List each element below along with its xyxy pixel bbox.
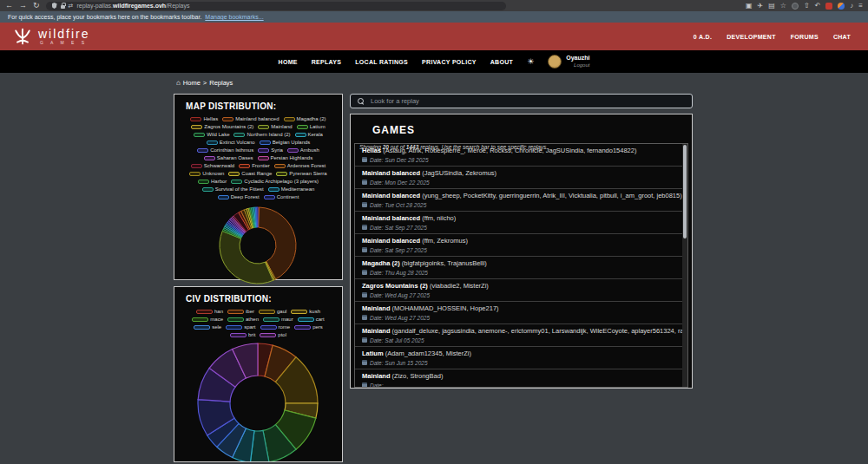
- replay-row[interactable]: Mainland balanced (JagSUSindia, Zekromus…: [355, 167, 687, 189]
- url-bar[interactable]: ⇄ replay-pallas.wildfiregames.ovh/Replay…: [46, 2, 506, 10]
- legend-item[interactable]: Schwarzwald: [191, 163, 234, 168]
- header-link-forums[interactable]: FORUMS: [791, 34, 819, 40]
- avatar[interactable]: [548, 55, 562, 69]
- header-link-0-a-d-[interactable]: 0 A.D.: [694, 34, 712, 40]
- nav-link-replays[interactable]: REPLAYS: [312, 59, 342, 65]
- replay-row[interactable]: Mainland (MOHAMMAD_HOSSEIN, Hope217)Date…: [355, 302, 687, 324]
- header-link-chat[interactable]: CHAT: [833, 34, 851, 40]
- legend-item[interactable]: Survival of the Fittest: [202, 186, 264, 192]
- legend-item[interactable]: Northern Island (2): [233, 132, 290, 137]
- legend-item[interactable]: Frontier: [239, 163, 270, 168]
- copy-tabs-icon[interactable]: ▤: [768, 0, 775, 11]
- legend-item[interactable]: athen: [227, 317, 259, 322]
- legend-item[interactable]: Deep Forest: [218, 194, 260, 199]
- legend-item[interactable]: Saharan Oases: [204, 155, 253, 160]
- legend-item[interactable]: Magadha (2): [284, 116, 326, 121]
- replay-row[interactable]: Mainland (gandalf_deluxe, jagsusindia, a…: [355, 324, 687, 347]
- nav-link-home[interactable]: HOME: [279, 59, 298, 65]
- legend-item[interactable]: ptol: [260, 332, 286, 337]
- forward-icon[interactable]: →: [19, 0, 27, 11]
- legend-item[interactable]: brit: [230, 332, 255, 337]
- legend-item[interactable]: Hellas: [190, 116, 218, 121]
- replay-row[interactable]: Mainland balanced (ffm, Zekromus)Date: S…: [355, 234, 687, 257]
- lock-icon[interactable]: [61, 5, 65, 9]
- menu-icon[interactable]: ≡: [858, 0, 863, 11]
- history-undo-icon[interactable]: ↶: [815, 0, 821, 11]
- legend-item[interactable]: iber: [227, 309, 254, 314]
- legend-label: brit: [248, 332, 255, 337]
- donut-slice[interactable]: [220, 231, 273, 284]
- browser-window: ← → ↻ ⇄ replay-pallas.wildfiregames.ovh/…: [0, 0, 868, 464]
- legend-item[interactable]: han: [196, 309, 223, 314]
- legend-item[interactable]: spart: [226, 324, 255, 330]
- theme-toggle-icon[interactable]: ☀: [527, 58, 534, 66]
- extensions-icon[interactable]: ▣: [746, 0, 753, 11]
- upload-icon[interactable]: ⇧: [804, 0, 810, 11]
- replay-players: (bigfatpigoinks, TrajanusBelli): [400, 259, 487, 267]
- replay-row[interactable]: Mainland (Zizo, StrongBad)Date:: [355, 369, 687, 388]
- replay-date-text: Date: Sun Jun 15 2025: [370, 360, 428, 366]
- legend-item[interactable]: Ambush: [287, 147, 319, 153]
- legend-item[interactable]: Extinct Volcano: [207, 140, 255, 145]
- donut-slice[interactable]: [257, 207, 258, 227]
- wildfire-logo[interactable]: wildfire G A M E S: [12, 26, 90, 47]
- replay-row[interactable]: Latium (Adam_adam12345, MisterZi)Date: S…: [355, 347, 687, 369]
- legend-item[interactable]: rome: [260, 324, 291, 330]
- legend-item[interactable]: Mainland balanced: [222, 116, 279, 121]
- legend-item[interactable]: kush: [291, 309, 320, 314]
- replay-row[interactable]: Magadha (2) (bigfatpigoinks, TrajanusBel…: [355, 257, 687, 279]
- replay-row[interactable]: Mainland balanced (yung_sheep, PocketKit…: [355, 189, 687, 212]
- legend-label: Mainland: [271, 124, 292, 129]
- legend-item[interactable]: Mainland: [258, 124, 292, 129]
- header-link-development[interactable]: DEVELOPMENT: [727, 34, 776, 40]
- legend-item[interactable]: Cycladic Archipelago (3 players): [231, 179, 319, 184]
- legend-item[interactable]: Kerala: [295, 132, 323, 137]
- legend-item[interactable]: Zagros Mountains (2): [191, 124, 253, 129]
- legend-item[interactable]: Mediterranean: [268, 186, 315, 192]
- legend-item[interactable]: Pyrenean Sierra: [276, 171, 326, 176]
- legend-item[interactable]: Syria: [258, 147, 283, 153]
- legend-item[interactable]: Continent: [264, 194, 299, 199]
- legend-item[interactable]: Unknown: [189, 171, 224, 176]
- legend-item[interactable]: cart: [298, 317, 325, 322]
- logout-link[interactable]: Logout: [574, 62, 589, 69]
- nav-link-privacy-policy[interactable]: PRIVACY POLICY: [422, 59, 477, 65]
- legend-item[interactable]: gaul: [259, 309, 286, 314]
- bookmark-star-icon[interactable]: ☆: [780, 0, 786, 11]
- page-body: ⌂ Home > Replays MAP DISTRIBUTION: Hella…: [0, 73, 868, 464]
- replay-row[interactable]: Zagros Mountains (2) (viabadie2, MisterZ…: [355, 279, 687, 302]
- legend-item[interactable]: Harbor: [198, 179, 227, 184]
- nav-link-local-ratings[interactable]: LOCAL RATINGS: [355, 59, 408, 65]
- replay-row[interactable]: Mainland balanced (ffm, niicho)Date: Sat…: [355, 212, 687, 234]
- legend-item[interactable]: Ardennes Forest: [274, 163, 326, 168]
- legend-item[interactable]: maur: [263, 317, 293, 322]
- legend-item[interactable]: Corinthian Isthmus: [197, 147, 253, 153]
- legend-item[interactable]: mace: [192, 317, 223, 322]
- legend-item[interactable]: Persian Highlands: [258, 155, 313, 160]
- breadcrumb-home[interactable]: Home: [183, 79, 201, 87]
- replay-row[interactable]: Hellas (Aslaug, Atrik, Robespierre_, Mer…: [355, 144, 687, 167]
- adblock-icon[interactable]: [825, 3, 832, 10]
- legend-item[interactable]: pers: [294, 324, 323, 330]
- back-icon[interactable]: ←: [5, 0, 13, 11]
- search-input[interactable]: [369, 96, 685, 106]
- tracking-shield-icon[interactable]: [52, 3, 57, 9]
- legend-item[interactable]: Belgian Uplands: [260, 140, 311, 145]
- profile-icon[interactable]: [838, 3, 845, 10]
- legend-item[interactable]: Wild Lake: [194, 132, 229, 137]
- legend-item[interactable]: sele: [194, 324, 221, 330]
- replay-date-text: Date: Sat Sep 27 2025: [370, 247, 427, 253]
- container-swap-icon[interactable]: ⇄: [69, 2, 74, 10]
- legend-item[interactable]: Coast Range: [228, 171, 272, 176]
- legend-item[interactable]: Latium: [297, 124, 326, 129]
- volume-icon[interactable]: ♪: [850, 0, 853, 11]
- send-icon[interactable]: ✈: [757, 0, 763, 11]
- account-icon[interactable]: [792, 3, 799, 10]
- games-scrollbar-track[interactable]: [682, 144, 687, 387]
- replay-date-text: Date: Tue Oct 28 2025: [370, 202, 426, 208]
- manage-bookmarks-link[interactable]: Manage bookmarks...: [205, 14, 263, 20]
- games-scrollbar-thumb[interactable]: [683, 145, 687, 239]
- replay-date-text: Date: Sun Dec 28 2025: [370, 157, 429, 163]
- reload-icon[interactable]: ↻: [33, 0, 40, 11]
- nav-link-about[interactable]: ABOUT: [490, 59, 513, 65]
